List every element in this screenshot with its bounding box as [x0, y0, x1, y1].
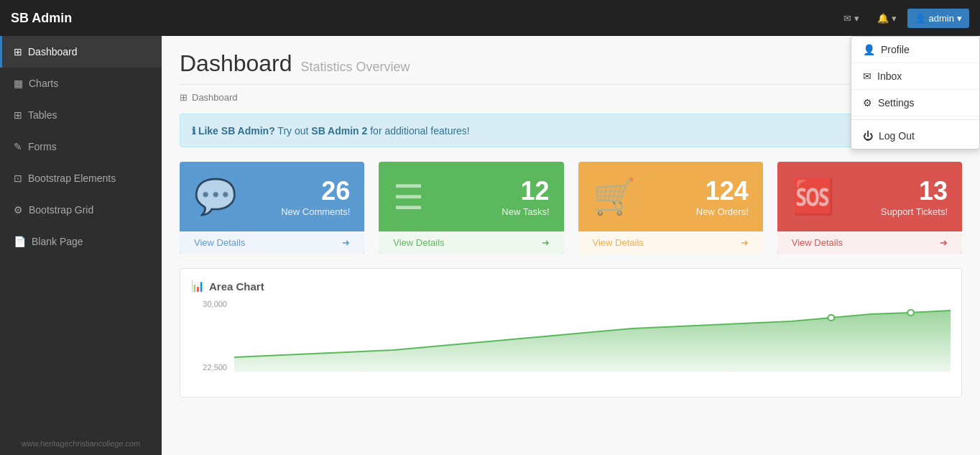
comments-icon: 💬 [194, 177, 237, 217]
card-top-comments: 💬 26 New Comments! [180, 162, 364, 231]
navbar-right: ✉ ▾ 🔔 ▾ 👤 admin ▾ 👤 Profile ✉ Inbox ⚙ Se… [836, 9, 969, 28]
card-value-block-orders: 124 New Orders! [696, 176, 749, 217]
dropdown-logout[interactable]: ⏻ Log Out [851, 123, 979, 149]
area-chart-title: 📊 Area Chart [191, 280, 951, 293]
forms-label: Forms [28, 141, 57, 152]
bell-button[interactable]: 🔔 ▾ [870, 9, 904, 28]
tickets-arrow-icon: ➜ [940, 237, 948, 248]
breadcrumb: ⊞ Dashboard [180, 92, 962, 103]
orders-number: 124 [696, 176, 749, 206]
card-tickets: 🆘 13 Support Tickets! View Details ➜ [777, 162, 962, 254]
sidebar-footer: www.heritagechristiancollege.com [0, 432, 162, 455]
email-icon: ✉ [843, 13, 851, 24]
tickets-label: Support Tickets! [881, 206, 948, 217]
page-title: Dashboard [180, 50, 292, 77]
admin-caret: ▾ [957, 13, 962, 24]
card-footer-tickets: View Details ➜ [777, 231, 962, 254]
tickets-view-details[interactable]: View Details [792, 237, 843, 248]
blank-page-label: Blank Page [32, 236, 83, 247]
card-orders: 🛒 124 New Orders! View Details ➜ [578, 162, 763, 254]
comments-number: 26 [281, 176, 350, 206]
orders-icon: 🛒 [593, 177, 636, 217]
page-header: Dashboard Statistics Overview [180, 50, 962, 85]
comments-arrow-icon: ➜ [342, 237, 350, 248]
sidebar-item-dashboard[interactable]: ⊞ Dashboard [0, 36, 162, 68]
chart-dot-1 [828, 315, 834, 321]
card-footer-orders: View Details ➜ [578, 231, 763, 254]
tasks-label: New Tasks! [501, 206, 549, 217]
orders-view-details[interactable]: View Details [593, 237, 644, 248]
bootstrap-elements-label: Bootstrap Elements [28, 173, 116, 184]
sidebar-link-blank-page[interactable]: 📄 Blank Page [0, 226, 162, 257]
area-chart-area: 30,000 22,500 [191, 300, 951, 386]
sidebar-item-blank-page[interactable]: 📄 Blank Page [0, 226, 162, 257]
sidebar-nav: ⊞ Dashboard ▦ Charts ⊞ Tables ✎ Fo [0, 36, 162, 257]
bell-icon: 🔔 [877, 13, 889, 24]
area-chart-icon: 📊 [191, 280, 205, 293]
charts-icon: ▦ [14, 78, 23, 89]
sidebar-link-dashboard[interactable]: ⊞ Dashboard [0, 36, 162, 68]
forms-icon: ✎ [14, 141, 22, 152]
area-chart-label: Area Chart [209, 280, 264, 293]
logout-label: Log Out [879, 130, 915, 142]
card-footer-comments: View Details ➜ [180, 231, 364, 254]
sidebar-item-forms[interactable]: ✎ Forms [0, 131, 162, 162]
y-label-22500: 22,500 [203, 363, 227, 372]
card-top-tasks: ☰ 12 New Tasks! [379, 162, 563, 231]
blank-page-icon: 📄 [14, 236, 26, 247]
user-icon: 👤 [915, 13, 926, 24]
alert-banner: ℹ Like SB Admin? Try out SB Admin 2 for … [180, 114, 962, 147]
sidebar-link-charts[interactable]: ▦ Charts [0, 68, 162, 99]
sidebar-link-tables[interactable]: ⊞ Tables [0, 99, 162, 131]
admin-label: admin [929, 13, 954, 24]
top-navbar: SB Admin ✉ ▾ 🔔 ▾ 👤 admin ▾ 👤 Profile ✉ I… [0, 0, 980, 36]
breadcrumb-text: Dashboard [192, 92, 238, 103]
tables-icon: ⊞ [14, 109, 22, 121]
logout-icon: ⏻ [863, 130, 873, 142]
card-top-tickets: 🆘 13 Support Tickets! [777, 162, 962, 231]
admin-dropdown: 👤 Profile ✉ Inbox ⚙ Settings ⏻ Log Out [851, 36, 980, 150]
brand-logo[interactable]: SB Admin [11, 11, 72, 26]
tables-label: Tables [28, 109, 57, 121]
inbox-label: Inbox [877, 70, 902, 82]
tickets-icon: 🆘 [792, 177, 835, 217]
chart-dot-2 [907, 310, 914, 316]
comments-view-details[interactable]: View Details [194, 237, 245, 248]
bootstrap-grid-label: Bootstrap Grid [29, 204, 93, 216]
settings-label: Settings [878, 97, 915, 109]
dropdown-profile[interactable]: 👤 Profile [851, 37, 979, 63]
sidebar-item-bootstrap-elements[interactable]: ⊡ Bootstrap Elements [0, 162, 162, 194]
tasks-arrow-icon: ➜ [542, 237, 550, 248]
sidebar: ⊞ Dashboard ▦ Charts ⊞ Tables ✎ Fo [0, 36, 162, 455]
charts-label: Charts [29, 78, 58, 89]
tasks-view-details[interactable]: View Details [393, 237, 444, 248]
sidebar-item-tables[interactable]: ⊞ Tables [0, 99, 162, 131]
inbox-icon: ✉ [863, 70, 872, 82]
comments-label: New Comments! [281, 206, 350, 217]
bootstrap-grid-icon: ⚙ [14, 204, 23, 216]
dashboard-icon: ⊞ [14, 46, 22, 58]
dropdown-inbox[interactable]: ✉ Inbox [851, 63, 979, 90]
sidebar-link-bootstrap-grid[interactable]: ⚙ Bootstrap Grid [0, 194, 162, 226]
card-top-orders: 🛒 124 New Orders! [578, 162, 763, 231]
sidebar-item-charts[interactable]: ▦ Charts [0, 68, 162, 99]
email-button[interactable]: ✉ ▾ [836, 9, 866, 28]
card-footer-tasks: View Details ➜ [379, 231, 563, 254]
y-label-30000: 30,000 [203, 300, 227, 308]
dropdown-divider [851, 119, 979, 120]
bootstrap-elements-icon: ⊡ [14, 173, 22, 184]
dropdown-settings[interactable]: ⚙ Settings [851, 90, 979, 116]
chart-y-labels: 30,000 22,500 [191, 300, 231, 372]
tasks-icon: ☰ [393, 177, 424, 217]
sidebar-link-forms[interactable]: ✎ Forms [0, 131, 162, 162]
card-value-block-tasks: 12 New Tasks! [501, 176, 549, 217]
area-chart-svg [234, 300, 951, 372]
sidebar-item-bootstrap-grid[interactable]: ⚙ Bootstrap Grid [0, 194, 162, 226]
admin-button[interactable]: 👤 admin ▾ [907, 9, 969, 28]
card-value-block-comments: 26 New Comments! [281, 176, 350, 217]
page-subtitle: Statistics Overview [301, 60, 410, 75]
sidebar-link-bootstrap-elements[interactable]: ⊡ Bootstrap Elements [0, 162, 162, 194]
breadcrumb-icon: ⊞ [180, 92, 188, 103]
tickets-number: 13 [881, 176, 948, 206]
orders-arrow-icon: ➜ [741, 237, 749, 248]
